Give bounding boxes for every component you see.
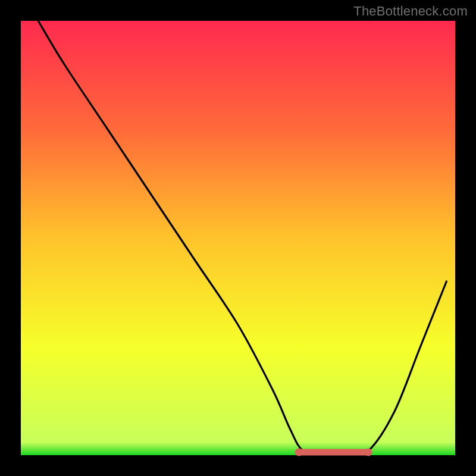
watermark-text: TheBottleneck.com [353, 4, 468, 19]
chart-frame: TheBottleneck.com [0, 0, 476, 476]
bottleneck-chart [0, 0, 476, 476]
optimal-range-highlight [295, 449, 372, 456]
svg-point-1 [295, 449, 303, 456]
plot-background [21, 21, 455, 455]
svg-point-2 [365, 449, 372, 456]
